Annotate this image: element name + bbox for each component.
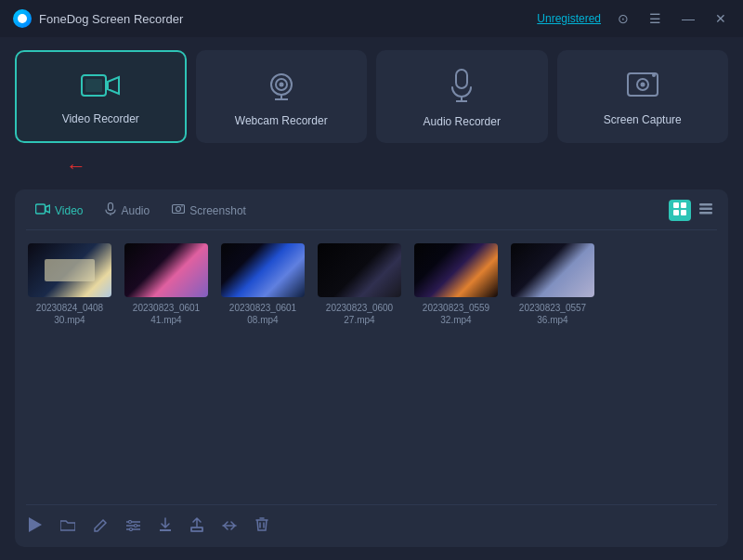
- tab-screenshot[interactable]: Screenshot: [163, 200, 255, 221]
- file-thumbnail: [124, 243, 208, 297]
- svg-rect-23: [681, 202, 686, 208]
- file-grid: 20230824_040830.mp4 20230823_060141.mp4 …: [26, 240, 717, 504]
- list-item[interactable]: 20230823_060141.mp4: [124, 243, 208, 501]
- svg-rect-22: [673, 202, 679, 208]
- svg-point-34: [135, 525, 137, 527]
- svg-rect-1: [85, 79, 102, 92]
- minimize-button[interactable]: —: [678, 9, 698, 28]
- close-button[interactable]: ✕: [711, 9, 730, 28]
- file-thumbnail: [318, 243, 401, 297]
- file-name: 20230823_055932.mp4: [423, 302, 489, 326]
- svg-marker-29: [29, 517, 42, 532]
- main-content: Video Recorder Webcam Recorder: [0, 37, 743, 560]
- file-name: 20230823_060141.mp4: [133, 302, 200, 326]
- webcam-recorder-card[interactable]: Webcam Recorder: [196, 50, 368, 143]
- file-thumbnail: [221, 243, 305, 297]
- list-view-button[interactable]: [695, 200, 717, 221]
- recorder-grid: Video Recorder Webcam Recorder: [15, 50, 728, 143]
- screenshot-tab-label: Screenshot: [189, 204, 246, 217]
- svg-point-33: [129, 521, 132, 524]
- file-thumbnail: [511, 243, 594, 297]
- svg-rect-17: [109, 203, 113, 211]
- audio-recorder-label: Audio Recorder: [424, 115, 501, 128]
- video-recorder-card[interactable]: Video Recorder: [15, 50, 187, 143]
- audio-tab-label: Audio: [121, 204, 150, 217]
- download-button[interactable]: [156, 514, 175, 538]
- grid-view-button[interactable]: [669, 200, 691, 221]
- tab-audio[interactable]: Audio: [96, 199, 159, 222]
- play-button[interactable]: [26, 514, 45, 538]
- svg-point-20: [176, 207, 181, 212]
- file-name: 20230823_060027.mp4: [326, 302, 393, 326]
- svg-rect-26: [699, 203, 712, 206]
- svg-rect-25: [681, 210, 686, 215]
- title-bar-right: Unregistered ⊙ ☰ — ✕: [537, 9, 730, 28]
- delete-button[interactable]: [253, 514, 271, 538]
- list-item[interactable]: 20230823_060027.mp4: [318, 243, 401, 501]
- arrow-container: ←: [15, 156, 728, 176]
- webcam-recorder-label: Webcam Recorder: [235, 114, 328, 127]
- list-item[interactable]: 20230824_040830.mp4: [28, 243, 111, 501]
- video-recorder-label: Video Recorder: [62, 112, 139, 125]
- edit-button[interactable]: [91, 515, 111, 538]
- svg-rect-8: [456, 70, 467, 88]
- list-item[interactable]: 20230823_055932.mp4: [414, 243, 498, 501]
- svg-point-21: [181, 205, 183, 207]
- svg-point-35: [130, 528, 133, 531]
- file-thumbnail: [28, 243, 111, 297]
- svg-marker-16: [46, 205, 50, 213]
- svg-point-13: [640, 83, 645, 87]
- audio-tab-icon: [105, 202, 116, 218]
- screen-capture-icon: [625, 71, 660, 104]
- bottom-toolbar: [26, 504, 717, 538]
- file-name: 20230824_040830.mp4: [36, 302, 103, 326]
- title-bar: FoneDog Screen Recorder Unregistered ⊙ ☰…: [0, 0, 743, 37]
- file-name: 20230823_055736.mp4: [519, 302, 586, 326]
- audio-recorder-card[interactable]: Audio Recorder: [376, 50, 548, 143]
- list-item[interactable]: 20230823_055736.mp4: [511, 243, 594, 501]
- video-tab-icon: [35, 203, 50, 217]
- screen-capture-label: Screen Capture: [604, 113, 682, 126]
- menu-icon[interactable]: ☰: [645, 9, 665, 28]
- svg-rect-15: [36, 204, 46, 214]
- svg-rect-24: [673, 210, 679, 215]
- screenshot-tab-icon: [172, 203, 185, 217]
- svg-point-5: [279, 83, 283, 87]
- file-name: 20230823_060108.mp4: [229, 302, 296, 326]
- settings-button[interactable]: [124, 515, 143, 537]
- tab-video[interactable]: Video: [26, 200, 92, 221]
- files-tabs: Video Audio: [26, 199, 717, 230]
- video-recorder-icon: [81, 72, 120, 103]
- screen-capture-card[interactable]: Screen Capture: [557, 50, 729, 143]
- app-logo: [13, 9, 32, 28]
- move-button[interactable]: [219, 515, 240, 537]
- audio-recorder-icon: [449, 69, 475, 106]
- video-tab-label: Video: [55, 204, 83, 217]
- webcam-recorder-icon: [266, 70, 297, 105]
- svg-point-14: [652, 73, 656, 77]
- svg-marker-2: [108, 77, 119, 94]
- share-button[interactable]: [188, 514, 206, 538]
- svg-rect-28: [699, 212, 712, 215]
- target-icon[interactable]: ⊙: [614, 9, 632, 28]
- files-panel: Video Audio: [15, 189, 728, 547]
- red-arrow: ←: [66, 154, 86, 178]
- file-thumbnail: [414, 243, 498, 297]
- title-bar-left: FoneDog Screen Recorder: [13, 9, 183, 28]
- view-toggle: [669, 200, 717, 221]
- svg-rect-27: [699, 208, 712, 211]
- unregistered-link[interactable]: Unregistered: [537, 12, 601, 25]
- open-folder-button[interactable]: [58, 515, 78, 537]
- app-title: FoneDog Screen Recorder: [39, 12, 183, 26]
- list-item[interactable]: 20230823_060108.mp4: [221, 243, 305, 501]
- svg-rect-36: [191, 527, 202, 531]
